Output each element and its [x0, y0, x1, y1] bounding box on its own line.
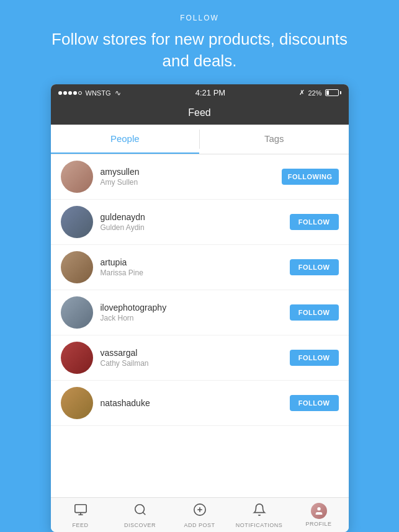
- username-3: ilovephotography: [101, 303, 290, 313]
- tab-people[interactable]: People: [51, 125, 200, 154]
- follow-button-2[interactable]: FOLLOW: [290, 259, 339, 275]
- battery-tip: [340, 91, 341, 94]
- svg-point-8: [317, 507, 320, 510]
- tabs-container: People Tags: [51, 125, 349, 154]
- follow-button-3[interactable]: FOLLOW: [290, 304, 339, 321]
- carrier-text: WNSTG: [86, 89, 111, 97]
- user-row: amysullen Amy Sullen FOLLOWING: [51, 154, 349, 200]
- status-bar: WNSTG ∿ 4:21 PM ✗ 22%: [51, 84, 349, 101]
- user-info-5: natashaduke: [101, 398, 290, 408]
- username-2: artupia: [101, 257, 290, 267]
- discover-label: DISCOVER: [124, 522, 156, 528]
- user-avatar-4: [61, 342, 93, 374]
- profile-label: PROFILE: [305, 521, 331, 527]
- discover-icon: [133, 503, 147, 520]
- user-avatar-3: [61, 296, 93, 329]
- user-info-2: artupia Marissa Pine: [101, 257, 290, 277]
- svg-point-3: [135, 505, 144, 514]
- svg-line-4: [143, 512, 145, 515]
- follow-label: FOLLOW: [37, 14, 362, 22]
- follow-button-5[interactable]: FOLLOW: [290, 395, 339, 411]
- username-0: amysullen: [101, 167, 282, 177]
- tab-tags[interactable]: Tags: [200, 125, 349, 154]
- signal-dot-5: [78, 91, 82, 95]
- signal-dot-4: [73, 91, 77, 95]
- signal-dot-3: [68, 91, 72, 95]
- username-5: natashaduke: [101, 398, 290, 408]
- user-info-1: guldenaydn Gulden Aydin: [101, 212, 290, 232]
- feed-label: FEED: [72, 522, 88, 528]
- display-name-4: Cathy Sailman: [101, 359, 290, 368]
- signal-dots: [58, 91, 82, 95]
- display-name-2: Marissa Pine: [101, 268, 290, 277]
- follow-button-1[interactable]: FOLLOW: [290, 214, 339, 230]
- add-label: ADD POST: [184, 522, 215, 528]
- nav-header: Feed: [51, 101, 349, 125]
- profile-avatar: [311, 503, 327, 519]
- status-left: WNSTG ∿: [58, 89, 122, 97]
- nav-title: Feed: [188, 107, 210, 118]
- battery-icon: [325, 89, 341, 96]
- signal-dot-2: [63, 91, 67, 95]
- top-section: FOLLOW Follow stores for new products, d…: [0, 0, 399, 84]
- username-4: vassargal: [101, 348, 290, 358]
- display-name-0: Amy Sullen: [101, 178, 282, 187]
- user-info-4: vassargal Cathy Sailman: [101, 348, 290, 368]
- bottom-tab-add[interactable]: ADD POST: [170, 503, 230, 528]
- status-right: ✗ 22%: [299, 89, 341, 97]
- username-1: guldenaydn: [101, 212, 290, 222]
- user-row: ilovephotography Jack Horn FOLLOW: [51, 290, 349, 335]
- display-name-1: Gulden Aydin: [101, 223, 290, 232]
- phone-frame: WNSTG ∿ 4:21 PM ✗ 22% Feed People Tags: [51, 84, 349, 532]
- bottom-bar: FEED DISCOVER ADD POST: [51, 497, 349, 532]
- notifications-icon: [253, 503, 266, 520]
- user-avatar-0: [61, 161, 93, 193]
- signal-dot-1: [58, 91, 62, 95]
- user-avatar-5: [61, 387, 93, 419]
- user-info-3: ilovephotography Jack Horn: [101, 303, 290, 322]
- user-list: amysullen Amy Sullen FOLLOWING guldenayd…: [51, 154, 349, 497]
- bottom-tab-notifications[interactable]: NOTIFICATIONS: [230, 503, 289, 528]
- bottom-tab-discover[interactable]: DISCOVER: [110, 503, 170, 528]
- user-info-0: amysullen Amy Sullen: [101, 167, 282, 187]
- battery-percent: 22%: [308, 89, 321, 97]
- feed-icon: [74, 503, 87, 520]
- battery-body: [325, 89, 339, 96]
- notifications-label: NOTIFICATIONS: [236, 522, 282, 528]
- wifi-icon: ∿: [115, 89, 121, 97]
- add-icon: [193, 503, 207, 520]
- display-name-3: Jack Horn: [101, 314, 290, 322]
- follow-button-4[interactable]: FOLLOW: [290, 350, 339, 366]
- user-avatar-2: [61, 251, 93, 283]
- user-row: vassargal Cathy Sailman FOLLOW: [51, 335, 349, 381]
- user-row: natashaduke FOLLOW: [51, 381, 349, 426]
- status-time: 4:21 PM: [195, 88, 225, 97]
- follow-desc: Follow stores for new products, discount…: [37, 29, 362, 72]
- user-row: artupia Marissa Pine FOLLOW: [51, 245, 349, 290]
- user-avatar-1: [61, 206, 93, 238]
- battery-fill: [326, 91, 330, 95]
- bottom-tab-profile[interactable]: PROFILE: [289, 503, 349, 528]
- bluetooth-icon: ✗: [299, 89, 305, 97]
- bottom-tab-feed[interactable]: FEED: [51, 503, 110, 528]
- following-button-0[interactable]: FOLLOWING: [282, 169, 339, 185]
- svg-rect-0: [74, 505, 86, 513]
- user-row: guldenaydn Gulden Aydin FOLLOW: [51, 200, 349, 245]
